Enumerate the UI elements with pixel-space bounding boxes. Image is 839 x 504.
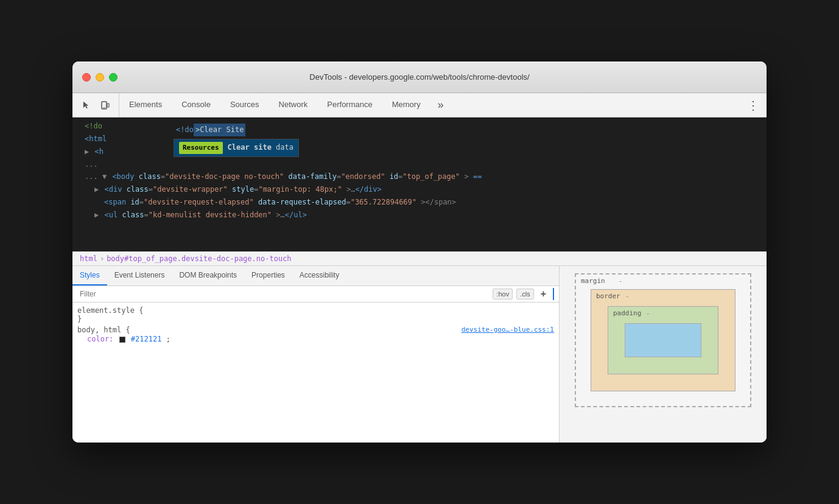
css-selector-body-html: devsite-goo…-blue.css:1 body, html { bbox=[77, 326, 554, 334]
autocomplete-prefix: <!do bbox=[176, 124, 194, 136]
maximize-button[interactable] bbox=[109, 73, 118, 82]
border-value: - bbox=[625, 292, 630, 300]
box-content bbox=[625, 323, 701, 357]
tab-sources[interactable]: Sources bbox=[220, 93, 269, 117]
filter-cursor bbox=[549, 288, 554, 300]
breadcrumb-body[interactable]: body#top_of_page.devsite-doc-page.no-tou… bbox=[107, 254, 291, 263]
tab-elements[interactable]: Elements bbox=[119, 93, 172, 117]
css-rule-element-style: element.style { } bbox=[72, 305, 559, 324]
panel-tab-event-listeners[interactable]: Event Listeners bbox=[107, 266, 172, 285]
lower-panel: Styles Event Listeners DOM Breakpoints P… bbox=[72, 266, 767, 443]
main-tabs: Elements Console Sources Network Perform… bbox=[119, 93, 740, 117]
autocomplete-text-0: Clear site data bbox=[228, 142, 293, 153]
styles-content: element.style { } devsite-goo…-blue.css:… bbox=[72, 303, 559, 443]
box-model-diagram: margin - border - padding - bbox=[575, 273, 751, 407]
panel-tab-dom-breakpoints[interactable]: DOM Breakpoints bbox=[172, 266, 244, 285]
collapse-arrow-body[interactable]: ▼ bbox=[102, 172, 107, 181]
html-line-div-wrapper: ▶ <div class="devsite-wrapper" style="ma… bbox=[72, 183, 767, 196]
filter-bar: :hov .cls + bbox=[72, 286, 559, 303]
filter-actions: :hov .cls + bbox=[493, 287, 549, 301]
panel-tab-accessibility[interactable]: Accessibility bbox=[292, 266, 346, 285]
tab-performance[interactable]: Performance bbox=[317, 93, 382, 117]
panel-tabs: Styles Event Listeners DOM Breakpoints P… bbox=[72, 266, 559, 286]
autocomplete-dropdown: Resources Clear site data bbox=[174, 139, 299, 157]
panel-tab-properties[interactable]: Properties bbox=[244, 266, 292, 285]
dots-line: ... bbox=[72, 159, 767, 170]
styles-panel: Styles Event Listeners DOM Breakpoints P… bbox=[72, 266, 560, 443]
css-closing-brace: } bbox=[77, 315, 554, 323]
traffic-lights bbox=[82, 73, 118, 82]
cls-button[interactable]: .cls bbox=[516, 289, 534, 299]
filter-input[interactable] bbox=[77, 286, 493, 302]
cursor-icon[interactable] bbox=[77, 97, 94, 114]
device-icon[interactable] bbox=[97, 97, 114, 114]
autocomplete-item-0[interactable]: Resources Clear site data bbox=[174, 139, 298, 156]
tab-memory[interactable]: Memory bbox=[382, 93, 430, 117]
css-source-link[interactable]: devsite-goo…-blue.css:1 bbox=[462, 326, 554, 334]
window-title: DevTools - developers.google.com/web/too… bbox=[309, 72, 529, 82]
margin-label: margin bbox=[581, 277, 605, 285]
margin-value: - bbox=[619, 277, 623, 285]
autocomplete-selected-text: >Clear Site bbox=[194, 124, 245, 136]
elements-panel: <!do >Clear Site Resources Clear site da… bbox=[72, 117, 767, 251]
html-line-ul: ▶ <ul class="kd-menulist devsite-hidden"… bbox=[72, 209, 767, 222]
css-rule-body-html: devsite-goo…-blue.css:1 body, html { col… bbox=[72, 324, 559, 345]
panel-tab-styles[interactable]: Styles bbox=[72, 266, 107, 285]
autocomplete-container: <!do >Clear Site Resources Clear site da… bbox=[174, 122, 299, 157]
tab-console[interactable]: Console bbox=[172, 93, 220, 117]
collapse-arrow-ul[interactable]: ▶ bbox=[94, 211, 99, 219]
collapse-arrow-div[interactable]: ▶ bbox=[94, 185, 99, 194]
hov-button[interactable]: :hov bbox=[493, 289, 513, 299]
breadcrumb: html › body#top_of_page.devsite-doc-page… bbox=[72, 251, 767, 266]
html-line-span: <span id="devsite-request-elapsed" data-… bbox=[72, 196, 767, 209]
css-selector-element: element.style { bbox=[77, 306, 554, 315]
tab-network[interactable]: Network bbox=[269, 93, 318, 117]
close-button[interactable] bbox=[82, 73, 91, 82]
devtools-window: DevTools - developers.google.com/web/too… bbox=[72, 61, 767, 443]
collapse-arrow-head[interactable]: ▶ bbox=[85, 147, 89, 156]
autocomplete-badge-0: Resources bbox=[179, 142, 223, 154]
css-prop-color: color: #212121 ; bbox=[87, 334, 554, 344]
minimize-button[interactable] bbox=[96, 73, 104, 82]
padding-label: padding bbox=[613, 309, 641, 317]
titlebar: DevTools - developers.google.com/web/too… bbox=[72, 61, 767, 93]
box-model-panel: margin - border - padding - bbox=[560, 266, 767, 443]
border-label: border bbox=[596, 292, 620, 300]
color-swatch[interactable] bbox=[119, 337, 125, 343]
padding-value: - bbox=[646, 309, 650, 317]
svg-rect-1 bbox=[107, 103, 109, 107]
toolbar-icons bbox=[72, 93, 119, 117]
devtools-toolbar: Elements Console Sources Network Perform… bbox=[72, 93, 767, 117]
devtools-container: Elements Console Sources Network Perform… bbox=[72, 93, 767, 443]
devtools-menu-button[interactable]: ⋮ bbox=[740, 93, 767, 117]
html-line-body[interactable]: ... ▼ <body class="devsite-doc-page no-t… bbox=[72, 170, 767, 183]
breadcrumb-html[interactable]: html bbox=[80, 254, 97, 263]
more-tabs-button[interactable]: » bbox=[430, 93, 451, 117]
autocomplete-input-line[interactable]: <!do >Clear Site bbox=[174, 122, 299, 138]
add-style-button[interactable]: + bbox=[538, 287, 549, 301]
